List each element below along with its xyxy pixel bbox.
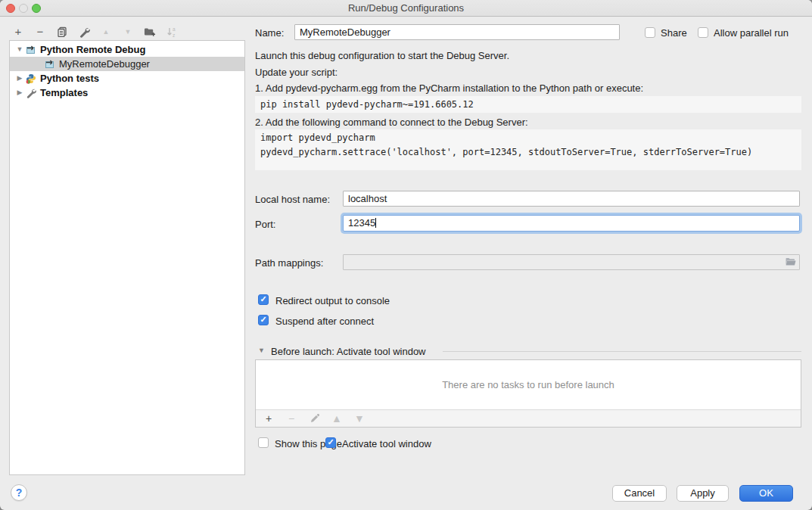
suspend-after-connect-label[interactable]: Suspend after connect (275, 316, 374, 327)
port-input[interactable]: 12345 (343, 215, 800, 232)
copy-icon[interactable] (56, 26, 68, 38)
settrace-code: import pydevd_pycharm pydevd_pycharm.set… (255, 129, 801, 170)
remove-configuration-button[interactable]: − (34, 26, 46, 38)
tasks-toolbar: + − ▲ ▼ (256, 409, 801, 427)
intro-text: Launch this debug configuration to start… (255, 50, 509, 61)
name-input[interactable]: MyRemoteDebugger (294, 24, 620, 40)
ok-button[interactable]: OK (739, 485, 793, 502)
path-mappings-input[interactable] (343, 254, 800, 270)
activate-tool-window-label[interactable]: Activate tool window (342, 438, 431, 449)
port-value: 12345 (348, 217, 375, 229)
svg-text:a: a (173, 26, 176, 32)
tree-item-label: Python Remote Debug (40, 42, 145, 57)
allow-parallel-run-label[interactable]: Allow parallel run (714, 27, 789, 39)
python-icon (26, 73, 36, 84)
tree-item-label: MyRemoteDebugger (59, 57, 150, 71)
chevron-down-icon[interactable]: ▼ (16, 42, 23, 57)
tree-toolbar: + − ▲ ▼ az (12, 24, 178, 39)
share-label[interactable]: Share (661, 27, 687, 39)
remote-debug-icon (26, 45, 36, 55)
update-script-text: Update your script: (255, 67, 338, 78)
move-up-icon: ▲ (100, 26, 112, 38)
add-task-button[interactable]: + (263, 412, 275, 424)
configurations-tree: ▼ Python Remote Debug MyRemoteDebugger ▶… (9, 40, 245, 475)
remote-debug-icon (45, 59, 55, 70)
move-task-down-icon: ▼ (353, 412, 366, 424)
step1-text: 1. Add pydevd-pycharm.egg from the PyCha… (255, 82, 643, 94)
title-bar: Run/Debug Configurations (0, 0, 812, 17)
step2-text: 2. Add the following command to connect … (255, 117, 528, 128)
tree-item-label: Python tests (40, 71, 99, 86)
redirect-output-label[interactable]: Redirect output to console (275, 295, 390, 306)
allow-parallel-run-checkbox[interactable] (698, 27, 708, 38)
move-down-icon: ▼ (122, 26, 134, 38)
svg-text:z: z (173, 32, 175, 37)
code-line-1: import pydevd_pycharm (260, 132, 375, 143)
browse-folder-icon[interactable] (785, 257, 797, 269)
wrench-icon (26, 88, 36, 98)
help-button[interactable]: ? (11, 484, 27, 501)
remove-task-button: − (285, 412, 297, 424)
edit-templates-icon[interactable] (78, 26, 90, 38)
tree-item-python-tests[interactable]: ▶ Python tests (10, 71, 244, 86)
before-launch-collapse-icon[interactable]: ▼ (258, 347, 265, 354)
before-launch-tasks-panel: There are no tasks to run before launch … (255, 359, 801, 428)
code-line-2: pydevd_pycharm.settrace('localhost', por… (260, 147, 752, 157)
no-tasks-message: There are no tasks to run before launch (256, 360, 801, 409)
window-title: Run/Debug Configurations (0, 0, 812, 17)
text-cursor (375, 218, 376, 228)
redirect-output-checkbox[interactable] (258, 294, 269, 305)
local-host-name-input[interactable]: localhost (343, 191, 800, 207)
tree-item-python-remote-debug[interactable]: ▼ Python Remote Debug (10, 42, 244, 57)
cancel-button[interactable]: Cancel (612, 485, 667, 502)
before-launch-header: Before launch: Activate tool window (271, 346, 426, 357)
tree-item-myremotedebugger[interactable]: MyRemoteDebugger (10, 57, 244, 71)
chevron-right-icon[interactable]: ▶ (16, 86, 23, 100)
activate-tool-window-checkbox[interactable] (325, 437, 336, 448)
add-configuration-button[interactable]: + (12, 26, 24, 38)
tree-item-label: Templates (40, 86, 88, 100)
path-mappings-label: Path mappings: (255, 257, 323, 269)
port-label: Port: (255, 219, 275, 230)
run-debug-configurations-dialog: Run/Debug Configurations + − ▲ ▼ az ▼ Py… (0, 0, 812, 510)
sort-icon[interactable]: az (166, 26, 178, 38)
apply-button[interactable]: Apply (677, 485, 729, 502)
edit-task-icon (308, 412, 320, 424)
new-folder-icon[interactable] (144, 26, 156, 38)
pip-install-code: pip install pydevd-pycharm~=191.6605.12 (255, 96, 801, 113)
share-checkbox[interactable] (645, 27, 655, 38)
local-host-name-label: Local host name: (255, 194, 330, 205)
suspend-after-connect-checkbox[interactable] (258, 315, 269, 325)
tree-item-templates[interactable]: ▶ Templates (10, 86, 244, 100)
name-label: Name: (255, 27, 284, 39)
chevron-right-icon[interactable]: ▶ (16, 71, 23, 86)
show-this-page-checkbox[interactable] (258, 437, 269, 448)
before-launch-separator (443, 351, 801, 352)
move-task-up-icon: ▲ (331, 412, 343, 424)
